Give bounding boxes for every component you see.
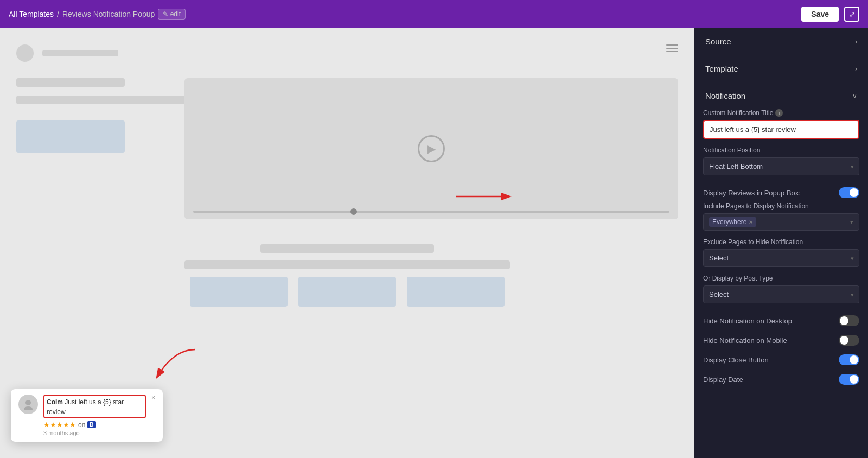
display-reviews-thumb xyxy=(850,188,858,197)
breadcrumb-separator: / xyxy=(57,10,59,18)
everywhere-tag-remove[interactable]: ✕ xyxy=(749,219,753,225)
notification-avatar xyxy=(18,395,38,414)
hide-desktop-label: Hide Notification on Desktop xyxy=(703,317,792,325)
info-icon[interactable]: i xyxy=(775,109,783,117)
template-chevron: › xyxy=(855,65,857,73)
canvas-bottom-skels xyxy=(16,244,678,307)
notification-name: Colm xyxy=(47,398,63,406)
canvas-left xyxy=(16,78,168,228)
display-reviews-toggle[interactable] xyxy=(839,187,859,198)
skel-row xyxy=(190,277,505,307)
canvas-nav xyxy=(16,44,678,62)
custom-title-field-group: Custom Notification Title i xyxy=(703,109,859,139)
notification-label: Notification xyxy=(705,91,745,100)
hide-desktop-toggle-row: Hide Notification on Desktop xyxy=(703,311,859,330)
svg-point-4 xyxy=(24,406,33,410)
template-label: Template xyxy=(705,64,738,73)
notification-position-field-group: Notification Position Float Left Bottom … xyxy=(703,147,859,175)
notification-position-select[interactable]: Float Left Bottom xyxy=(703,157,859,175)
hide-mobile-toggle-row: Hide Notification on Mobile xyxy=(703,330,859,350)
notification-fields: Custom Notification Title i Notification… xyxy=(694,109,868,398)
include-pages-select[interactable]: on Everywhere ✕ ▾ xyxy=(703,213,859,231)
notification-title-box: Colm Just left us a {5} star review xyxy=(43,395,146,418)
play-button[interactable]: ▶ xyxy=(418,135,445,162)
notification-position-label: Notification Position xyxy=(703,147,859,154)
canvas-right: ▶ xyxy=(184,78,678,228)
breadcrumb: All Templates / Reviews Notification Pop… xyxy=(9,9,186,20)
source-label: Source xyxy=(705,37,731,46)
video-placeholder: ▶ xyxy=(184,78,678,219)
include-pages-label: Include Pages to Display Notification xyxy=(703,202,859,210)
exclude-pages-select[interactable]: Select xyxy=(703,249,859,267)
expand-button[interactable]: ⤢ xyxy=(844,7,859,22)
skel-block-1 xyxy=(16,120,125,153)
skel-block-2 xyxy=(190,277,288,307)
notification-position-select-wrapper: Float Left Bottom ▾ xyxy=(703,157,859,175)
template-header[interactable]: Template › xyxy=(694,55,868,82)
display-date-thumb xyxy=(850,375,858,384)
display-close-toggle[interactable] xyxy=(839,354,859,365)
save-button[interactable]: Save xyxy=(801,7,839,22)
source-chevron: › xyxy=(855,38,857,46)
display-close-thumb xyxy=(850,355,858,364)
canvas-body: ▶ xyxy=(16,78,678,228)
custom-title-label-text: Custom Notification Title xyxy=(703,109,773,117)
video-progress-bar xyxy=(193,211,669,213)
breadcrumb-current: Reviews Notification Popup xyxy=(62,10,155,18)
exclude-pages-field-group: Exclude Pages to Hide Notification Selec… xyxy=(703,238,859,267)
display-close-label: Display Close Button xyxy=(703,356,769,364)
edit-badge[interactable]: ✎ edit xyxy=(158,9,186,20)
notification-title-text: Colm Just left us a {5} star review xyxy=(47,398,124,416)
include-pages-arrow: ▾ xyxy=(850,219,853,226)
notification-close-button[interactable]: × xyxy=(151,395,155,401)
video-progress-thumb xyxy=(350,208,357,215)
hide-mobile-toggle[interactable] xyxy=(839,335,859,346)
skel-line-3 xyxy=(260,244,434,253)
post-type-field-group: Or Display by Post Type Select ▾ xyxy=(703,275,859,303)
topbar: All Templates / Reviews Notification Pop… xyxy=(0,0,868,28)
hide-desktop-toggle[interactable] xyxy=(839,315,859,326)
everywhere-tag-text: Everywhere xyxy=(712,218,746,226)
arrow-to-popup xyxy=(141,344,206,387)
notification-on: on xyxy=(78,421,85,429)
display-date-toggle[interactable] xyxy=(839,374,859,385)
right-panel: Source › Template › Notification ∨ Custo… xyxy=(694,28,868,458)
custom-title-input[interactable] xyxy=(703,120,859,139)
post-type-select[interactable]: Select xyxy=(703,285,859,303)
skel-block-4 xyxy=(407,277,505,307)
notification-popup: Colm Just left us a {5} star review ★★★★… xyxy=(11,389,163,442)
main-layout: ▶ xyxy=(0,28,868,458)
notification-platform-badge: B xyxy=(87,421,95,428)
post-type-select-wrapper: Select ▾ xyxy=(703,285,859,303)
display-date-toggle-row: Display Date xyxy=(703,370,859,389)
exclude-pages-select-wrapper: Select ▾ xyxy=(703,249,859,267)
custom-title-label: Custom Notification Title i xyxy=(703,109,859,117)
skel-line-1 xyxy=(16,78,125,87)
notification-content: Colm Just left us a {5} star review ★★★★… xyxy=(43,395,146,436)
breadcrumb-all-templates[interactable]: All Templates xyxy=(9,10,54,18)
display-date-label: Display Date xyxy=(703,376,743,384)
skel-block-3 xyxy=(298,277,396,307)
notification-settings-section: Notification ∨ Custom Notification Title… xyxy=(694,82,868,398)
exclude-pages-label: Exclude Pages to Hide Notification xyxy=(703,238,859,246)
menu-icon xyxy=(666,44,678,52)
hide-mobile-label: Hide Notification on Mobile xyxy=(703,336,787,345)
include-pages-field-group: Include Pages to Display Notification on… xyxy=(703,202,859,231)
notification-chevron: ∨ xyxy=(852,92,857,100)
display-reviews-toggle-row: Display Reviews in Popup Box: xyxy=(703,183,859,202)
source-section: Source › xyxy=(694,28,868,55)
notification-time: 3 months ago xyxy=(43,430,146,436)
notification-header[interactable]: Notification ∨ xyxy=(694,82,868,109)
post-type-label: Or Display by Post Type xyxy=(703,275,859,282)
nav-line-1 xyxy=(42,50,118,56)
nav-avatar-skel xyxy=(16,44,34,62)
hide-desktop-thumb xyxy=(840,316,848,325)
hide-mobile-thumb xyxy=(840,336,848,345)
svg-point-3 xyxy=(25,400,31,405)
source-header[interactable]: Source › xyxy=(694,28,868,55)
topbar-actions: Save ⤢ xyxy=(801,7,859,22)
notification-stars: ★★★★★ xyxy=(43,421,76,429)
canvas-area: ▶ xyxy=(0,28,694,458)
display-close-toggle-row: Display Close Button xyxy=(703,350,859,370)
display-reviews-label: Display Reviews in Popup Box: xyxy=(703,189,801,197)
